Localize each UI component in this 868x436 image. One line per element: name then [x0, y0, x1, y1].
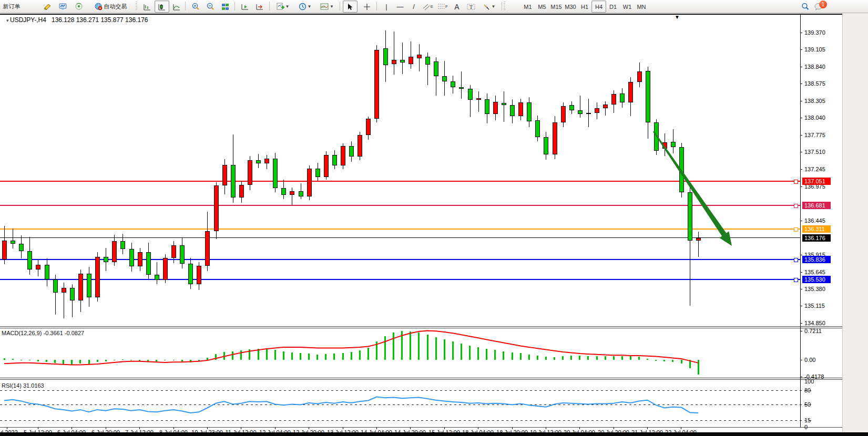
- zoom-out-button[interactable]: [203, 1, 218, 13]
- macd-scale-label: 0.7211: [804, 328, 822, 334]
- macd-scale-label: 0.00: [804, 357, 815, 363]
- indicators-icon: [277, 3, 284, 11]
- candle-bullish: [138, 252, 142, 266]
- separator-macd-rsi[interactable]: [0, 379, 842, 380]
- macd-histogram-bar: [469, 346, 471, 360]
- candle-bullish: [595, 108, 599, 113]
- market-watch-icon-button[interactable]: [57, 1, 69, 13]
- level-price-badge: 136.311: [802, 225, 831, 233]
- macd-histogram-bar: [384, 336, 386, 359]
- crosshair-tool-button[interactable]: [360, 1, 374, 13]
- macd-histogram-bar: [181, 360, 183, 361]
- timeframe-m15[interactable]: M15: [549, 1, 564, 13]
- zoom-in-button[interactable]: [188, 1, 203, 13]
- text-tool[interactable]: A: [450, 1, 464, 13]
- candle-wick: [157, 262, 157, 285]
- rsi-level-dashed[interactable]: [0, 404, 812, 405]
- horizontal-line-tool[interactable]: —: [393, 1, 407, 13]
- candle-bearish: [180, 245, 185, 264]
- timeframe-d1[interactable]: D1: [606, 1, 620, 13]
- text-label-tool[interactable]: T: [464, 1, 478, 13]
- candle-wick: [504, 91, 504, 122]
- chevron-down-icon[interactable]: ▾: [6, 18, 10, 23]
- horizontal-line-icon: —: [397, 3, 404, 11]
- candle-bearish: [155, 275, 159, 280]
- line-handle[interactable]: [794, 180, 798, 184]
- line-chart-mode-button[interactable]: [169, 1, 184, 13]
- macd-histogram-bar: [570, 356, 572, 360]
- candle-bearish: [485, 99, 489, 114]
- candle-bullish: [324, 155, 329, 177]
- rsi-line: [4, 397, 698, 413]
- clock-icon: [299, 3, 307, 11]
- macd-histogram-bar: [520, 353, 522, 359]
- chevron-down-icon: ▼: [285, 4, 290, 9]
- macd-histogram-bar: [29, 360, 30, 361]
- timeframe-m1[interactable]: M1: [520, 1, 535, 13]
- candlestick-mode-button[interactable]: [155, 1, 169, 13]
- time-axis-label: 20 Jul 04:00: [564, 429, 595, 435]
- new-order-button[interactable]: 新订单: [0, 1, 28, 13]
- price-tick-mark: [800, 289, 802, 289]
- line-handle[interactable]: [794, 227, 798, 232]
- toolbar-drag-handle[interactable]: [136, 2, 137, 11]
- horizontal-level-line[interactable]: [0, 229, 800, 230]
- time-axis-label: 18 Jul 20:00: [496, 429, 528, 435]
- candle-bearish: [578, 110, 583, 114]
- price-tick-mark: [800, 67, 802, 67]
- price-tick-label: 138.840: [804, 64, 825, 70]
- signals-icon-button[interactable]: [73, 1, 85, 13]
- arrows-tool-button[interactable]: ▼: [478, 1, 499, 13]
- text-tool-icon: A: [454, 3, 459, 11]
- indicators-button[interactable]: ▼: [272, 1, 293, 13]
- candle-bullish: [518, 102, 523, 116]
- rsi-level-dashed[interactable]: [0, 390, 812, 391]
- fibonacci-tool[interactable]: F: [435, 1, 450, 13]
- macd-histogram-bar: [63, 360, 64, 364]
- channel-tool[interactable]: E: [421, 1, 435, 13]
- timeframe-h4[interactable]: H4: [591, 1, 606, 13]
- timeframe-m30[interactable]: M30: [563, 1, 578, 13]
- candle-bullish: [78, 274, 83, 300]
- separator-main-macd[interactable]: [0, 328, 842, 328]
- horizontal-level-line[interactable]: [0, 259, 800, 260]
- bar-chart-mode-button[interactable]: [140, 1, 155, 13]
- timeframe-m5[interactable]: M5: [535, 1, 549, 13]
- line-handle[interactable]: [794, 278, 798, 282]
- vertical-line-tool[interactable]: |: [380, 1, 393, 13]
- top-marker-icon[interactable]: ▼: [675, 14, 680, 20]
- macd-histogram-bar: [266, 348, 268, 359]
- macd-histogram-bar: [122, 359, 124, 360]
- auto-scroll-button[interactable]: [238, 1, 252, 13]
- cursor-tool-button[interactable]: [343, 1, 358, 13]
- chart-shift-button[interactable]: [252, 1, 267, 13]
- timeframe-mn[interactable]: MN: [634, 1, 649, 13]
- horizontal-level-line[interactable]: [0, 205, 800, 206]
- notification-badge[interactable]: 1: [819, 1, 827, 8]
- auto-trading-button[interactable]: 自动交易: [87, 1, 134, 13]
- horizontal-level-line[interactable]: [0, 279, 800, 280]
- macd-tick-mark: [800, 360, 802, 360]
- toolbar-drag-handle[interactable]: [504, 2, 505, 11]
- templates-button[interactable]: ▼: [316, 1, 338, 13]
- search-button[interactable]: [798, 1, 812, 13]
- candle-bearish: [256, 160, 261, 163]
- line-handle[interactable]: [794, 204, 798, 208]
- level-price-badge: 135.836: [802, 256, 831, 263]
- price-tick-mark: [800, 49, 802, 50]
- periods-button[interactable]: ▼: [294, 1, 315, 13]
- trendline-tool[interactable]: /: [407, 1, 421, 13]
- line-handle[interactable]: [794, 258, 798, 262]
- macd-histogram-bar: [114, 360, 115, 361]
- timeframe-w1[interactable]: W1: [620, 1, 635, 13]
- time-axis-label: 20 Jul 20:00: [598, 429, 629, 435]
- separator-main-macd[interactable]: [0, 326, 842, 327]
- rsi-level-dashed[interactable]: [0, 420, 812, 421]
- price-tick-mark: [800, 118, 802, 118]
- order-history-icon-button[interactable]: [41, 1, 54, 13]
- separator-macd-rsi[interactable]: [0, 378, 842, 378]
- timeframe-h1[interactable]: H1: [577, 1, 592, 13]
- time-axis-label: 14 Jul 04:00: [361, 429, 392, 435]
- candle-wick: [292, 188, 292, 205]
- tile-windows-button[interactable]: [218, 1, 232, 13]
